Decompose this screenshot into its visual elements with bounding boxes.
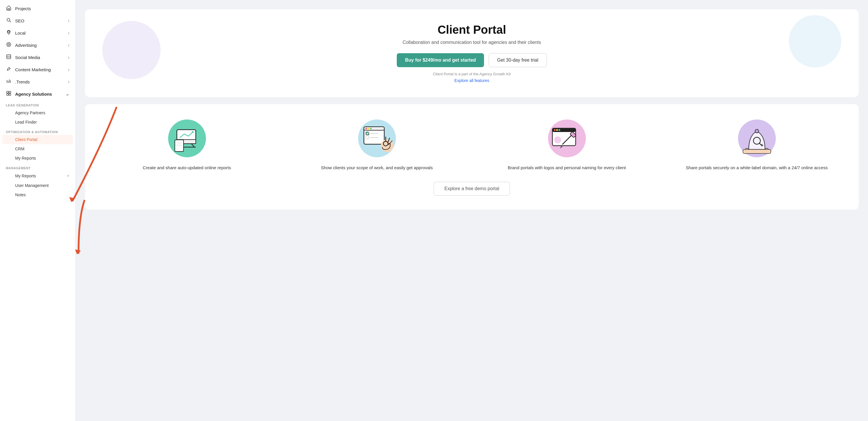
agency-solutions-icon [6, 91, 12, 97]
features-grid: Create and share auto-updated online rep… [97, 118, 847, 171]
svg-line-2 [9, 21, 11, 22]
sidebar-item-advertising-label: Advertising [15, 43, 37, 48]
chevron-right-icon [68, 42, 69, 48]
features-card: Create and share auto-updated online rep… [85, 104, 859, 209]
sidebar-item-trends[interactable]: .Trends [0, 75, 75, 88]
sidebar-item-lead-finder[interactable]: Lead Finder [0, 118, 75, 127]
feature-domain-icon [737, 118, 777, 159]
section-label-management: MANAGEMENT [0, 163, 75, 171]
feature-approvals-icon [356, 118, 397, 159]
chevron-right-icon [68, 54, 69, 61]
section-label-optimization: OPTIMIZATION & AUTOMATION [0, 127, 75, 135]
hero-title: Client Portal [97, 23, 847, 36]
feature-branding-desc: Brand portals with logos and personal na… [476, 165, 657, 171]
chevron-right-icon [68, 67, 69, 73]
chevron-down-icon [65, 91, 69, 97]
sidebar-item-client-portal[interactable]: Client Portal [2, 135, 73, 144]
svg-rect-63 [743, 150, 771, 154]
feature-reports-icon [167, 118, 208, 159]
svg-point-4 [7, 42, 11, 46]
hero-buttons: Buy for $249/mo and get started Get 30-d… [97, 53, 847, 67]
sidebar-item-seo-label: SEO [15, 18, 25, 23]
feature-approvals-desc: Show clients your scope of work, and eas… [286, 165, 467, 171]
feature-domain-desc: Share portals securely on a white-label … [666, 165, 847, 171]
feature-approvals: Show clients your scope of work, and eas… [286, 118, 467, 171]
svg-point-34 [370, 128, 372, 129]
content-marketing-icon [6, 66, 12, 73]
svg-rect-16 [7, 94, 8, 95]
svg-point-3 [8, 31, 9, 33]
svg-point-50 [554, 129, 556, 131]
sidebar-item-content-marketing[interactable]: Content Marketing [0, 63, 75, 75]
svg-point-24 [192, 131, 194, 133]
explore-demo-button[interactable]: Explore a free demo portal [434, 182, 510, 196]
svg-rect-39 [366, 136, 369, 139]
feature-reports-desc: Create and share auto-updated online rep… [97, 165, 277, 171]
sidebar-item-local[interactable]: Local [0, 27, 75, 39]
sidebar-item-projects[interactable]: Projects [0, 2, 75, 14]
svg-point-5 [8, 43, 9, 45]
section-label-lead-generation: LEAD GENERATION [0, 100, 75, 108]
plus-icon: + [67, 173, 69, 179]
svg-rect-49 [552, 128, 576, 132]
sidebar-item-advertising[interactable]: Advertising [0, 39, 75, 51]
home-icon [6, 5, 12, 12]
svg-rect-15 [9, 91, 11, 93]
svg-point-51 [556, 129, 558, 131]
hero-note: Client Portal is a part of the Agency Gr… [97, 72, 847, 76]
sidebar-item-social-media[interactable]: Social Media [0, 51, 75, 63]
chevron-right-icon [68, 30, 69, 36]
feature-branding-icon [547, 118, 587, 159]
main-content: Client Portal Collaboration and communic… [75, 0, 868, 421]
svg-rect-14 [7, 91, 8, 93]
sidebar-item-content-marketing-label: Content Marketing [15, 67, 51, 72]
svg-rect-6 [7, 55, 11, 59]
svg-point-33 [368, 128, 369, 129]
sidebar-item-local-label: Local [15, 31, 26, 35]
advertising-icon [6, 42, 12, 48]
svg-line-9 [9, 67, 10, 69]
sidebar-item-my-reports-2[interactable]: My Reports + [0, 171, 75, 181]
trends-icon [6, 78, 12, 85]
feature-domain: Share portals securely on a white-label … [666, 118, 847, 171]
feature-branding: Brand portals with logos and personal na… [476, 118, 657, 171]
sidebar-item-notes[interactable]: Notes [0, 190, 75, 199]
hero-card: Client Portal Collaboration and communic… [85, 9, 859, 97]
svg-point-55 [554, 136, 561, 143]
sidebar-item-projects-label: Projects [15, 6, 31, 11]
seo-icon [6, 18, 12, 24]
trial-button[interactable]: Get 30-day free trial [489, 53, 547, 67]
svg-point-62 [755, 129, 758, 133]
sidebar-item-seo[interactable]: SEO [0, 14, 75, 27]
svg-point-32 [365, 128, 367, 129]
chevron-right-icon [68, 18, 69, 24]
chevron-right-icon [68, 79, 69, 85]
sidebar-item-user-management[interactable]: User Management [0, 181, 75, 190]
svg-rect-17 [9, 94, 11, 95]
sidebar: Projects SEO Local Advertising [0, 0, 75, 421]
local-icon [6, 30, 12, 36]
agency-solutions-label: Agency Solutions [15, 92, 52, 97]
explore-features-link[interactable]: Explore all features [454, 78, 489, 83]
sidebar-item-agency-solutions[interactable]: Agency Solutions [0, 88, 75, 100]
hero-subtitle: Collaboration and communication tool for… [97, 40, 847, 45]
svg-point-52 [558, 129, 560, 131]
social-media-icon [6, 54, 12, 61]
sidebar-item-social-media-label: Social Media [15, 55, 40, 60]
svg-rect-0 [8, 8, 9, 10]
feature-reports: Create and share auto-updated online rep… [97, 118, 277, 171]
sidebar-item-trends-label: .Trends [15, 79, 30, 84]
sidebar-item-agency-partners[interactable]: Agency Partners [0, 108, 75, 118]
sidebar-item-crm[interactable]: CRM [0, 144, 75, 154]
buy-button[interactable]: Buy for $249/mo and get started [397, 53, 484, 67]
sidebar-item-my-reports-1[interactable]: My Reports [0, 154, 75, 163]
